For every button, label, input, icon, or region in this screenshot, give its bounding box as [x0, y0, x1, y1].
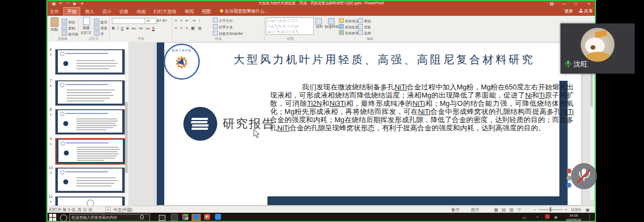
person-icon [579, 9, 583, 13]
app-icon-meeting-active[interactable] [192, 214, 201, 221]
taskbar-clock[interactable]: 14:19 2020/6/16 [560, 213, 587, 221]
font-size-combo[interactable]: 16 [145, 18, 157, 24]
alignment-row[interactable]: ≡ ≡ ≡ ▦ ▥ [175, 26, 202, 31]
ribbon-display-options-icon[interactable]: ▤ [547, 0, 557, 7]
language-globe-icon[interactable]: ⊕ [554, 214, 558, 220]
quick-styles-icon [328, 18, 335, 25]
font-name-combo[interactable] [112, 18, 146, 24]
select-button[interactable]: 选择 [358, 30, 371, 36]
arrange-button[interactable]: 排列 [314, 18, 325, 29]
slide-title-text[interactable]: 大型风力机叶片用轻质、高强、高阻尼复合材料研究 [234, 52, 535, 67]
shapes-gallery[interactable]: □▭○△◇☆□○ ○△╲∿◇☆□▭ ▭☆∿△□○◇╲ [266, 17, 314, 35]
app-icon-photos[interactable] [181, 214, 190, 221]
smartart-icon [213, 31, 218, 35]
tab-transitions[interactable]: 切换 [116, 7, 132, 16]
slide-canvas[interactable]: 机电工程学院 ⚙ 大型风力机叶片用轻质、高强、高阻尼复合材料研究 研究报告 我们… [156, 43, 581, 205]
app-icon-camera[interactable] [170, 214, 179, 221]
participant-video-tile[interactable]: 沈旺 [560, 23, 635, 74]
tell-me-box[interactable]: 告诉我您想要做什么... [220, 7, 268, 16]
reset-icon [94, 25, 99, 30]
find-icon [358, 18, 363, 23]
paste-button[interactable]: 粘贴 [49, 17, 61, 32]
slide-body-text[interactable]: 我们发现在微波烧结制备多孔NiTi合金过程中加入Mg粉，Mg粉在650度左右开始… [270, 83, 574, 132]
quick-styles-label: 快速样式 [325, 25, 339, 29]
section-label: 节 [100, 32, 104, 36]
paragraph-group: ≡ ≡ ⇤ ⇥ ↕ ≡ ≡ ≡ ▦ ▥ 文字方向 对齐文本 转换为SmartAr… [174, 16, 263, 42]
slide-thumbnail-8[interactable] [55, 109, 125, 135]
search-mic-icon[interactable] [140, 215, 144, 219]
font-color-button[interactable]: A [152, 26, 155, 31]
cut-icon [62, 19, 67, 24]
maximize-button[interactable]: □ [571, 0, 581, 7]
status-bar: 幻灯片 第 9 张, 共 11 张 ✓ 中文(中国) 备注 批注 ▦ ▤ ▥ ▽… [46, 206, 596, 213]
start-button[interactable] [49, 214, 57, 221]
report-label-text[interactable]: 研究报告 [223, 116, 275, 132]
tab-insert[interactable]: 插入 [82, 7, 98, 16]
change-case-button[interactable]: Aa [146, 27, 150, 30]
text-shadow-button[interactable]: abc [132, 27, 136, 30]
text-direction-button[interactable]: 文字方向 [213, 17, 232, 23]
animation-star-icon: ★ [48, 112, 53, 116]
new-slide-button[interactable]: 新建 幻灯片 [80, 17, 93, 35]
layout-label: 版式 [100, 20, 108, 24]
shape-effects-icon [339, 30, 344, 35]
slide-thumbnail-9-selected[interactable] [55, 138, 126, 165]
tab-file[interactable]: 文件 [46, 7, 62, 16]
align-text-button[interactable]: 对齐文本 [213, 24, 232, 30]
grow-shrink-font[interactable]: A˄ A˅ [157, 19, 167, 22]
tab-home[interactable]: 开始 [63, 7, 80, 16]
tab-slideshow[interactable]: 幻灯片放映 [150, 7, 180, 16]
mic-muted-floating-button[interactable] [571, 163, 597, 189]
start-slideshow-icon[interactable]: ▶ [72, 1, 78, 7]
hidden-icons-chevron[interactable]: ^ [536, 214, 539, 220]
replace-button[interactable]: 替换 [358, 24, 371, 30]
tray-app-icon[interactable] [545, 214, 550, 220]
tab-review[interactable]: 审阅 [181, 7, 197, 16]
floating-dot-blue[interactable] [567, 183, 571, 188]
tab-design[interactable]: 设计 [99, 7, 115, 16]
thumbnail-scrollbar[interactable] [125, 53, 128, 200]
bold-button[interactable]: B [112, 26, 115, 30]
smartart-button[interactable]: 转换为SmartArt [213, 31, 243, 37]
quick-access-dropdown-icon[interactable]: ▾ [79, 1, 85, 7]
list-indent-row[interactable]: ≡ ≡ ⇤ ⇥ ↕ [175, 19, 201, 23]
app-icon-powerpoint[interactable]: P [202, 214, 212, 221]
find-button[interactable]: 查找 [358, 18, 371, 24]
animation-star-icon: ★ [48, 171, 53, 175]
slide-thumbnail-11[interactable] [55, 196, 125, 206]
underline-button[interactable]: U [121, 26, 124, 30]
editing-group-label: 编辑 [357, 37, 383, 41]
character-spacing-button[interactable]: AV [139, 27, 143, 30]
report-books-icon [183, 107, 217, 141]
slide-thumbnail-10[interactable] [55, 167, 125, 193]
shape-outline-icon [339, 24, 344, 29]
font-group-label: 字体 [111, 37, 171, 41]
tab-animations[interactable]: 动画 [133, 7, 149, 16]
close-button[interactable]: × [584, 0, 594, 7]
italic-button[interactable]: I [117, 26, 118, 30]
thumbnail-number: 6 [48, 47, 53, 52]
minimize-button[interactable]: — [559, 0, 569, 7]
share-button[interactable]: 共享 [579, 7, 593, 16]
proofing-icon[interactable]: ✓ [105, 207, 111, 213]
taskbar-search-input[interactable]: 在这里输入你要搜索的内容 [69, 214, 150, 221]
app-icon-messenger[interactable] [213, 214, 223, 221]
quick-styles-button[interactable]: 快速样式 [325, 18, 339, 29]
section-icon [94, 31, 99, 36]
slide-thumbnail-7[interactable] [55, 80, 125, 106]
slide-editor-area: 机电工程学院 ⚙ 大型风力机叶片用轻质、高强、高阻尼复合材料研究 研究报告 我们… [128, 42, 596, 206]
show-desktop-button[interactable] [589, 214, 593, 221]
clipboard-group: 粘贴 剪切 复制 格式刷 剪贴板 [48, 16, 77, 42]
paste-icon [51, 17, 58, 27]
strikethrough-button[interactable]: S [126, 26, 129, 30]
task-view-icon[interactable] [159, 215, 165, 221]
undo-icon[interactable]: ↶ [58, 1, 64, 7]
tab-view[interactable]: 视图 [199, 7, 214, 16]
save-icon[interactable]: ▣ [51, 1, 57, 7]
cortana-icon[interactable] [60, 214, 67, 221]
redo-icon[interactable]: ↷ [65, 1, 71, 7]
slide-thumbnail-6[interactable] [55, 49, 125, 75]
replace-icon [358, 24, 363, 29]
sign-in-button[interactable]: 登录 [564, 7, 573, 16]
network-signal-icon[interactable]: ᵣ₊ [523, 214, 526, 220]
